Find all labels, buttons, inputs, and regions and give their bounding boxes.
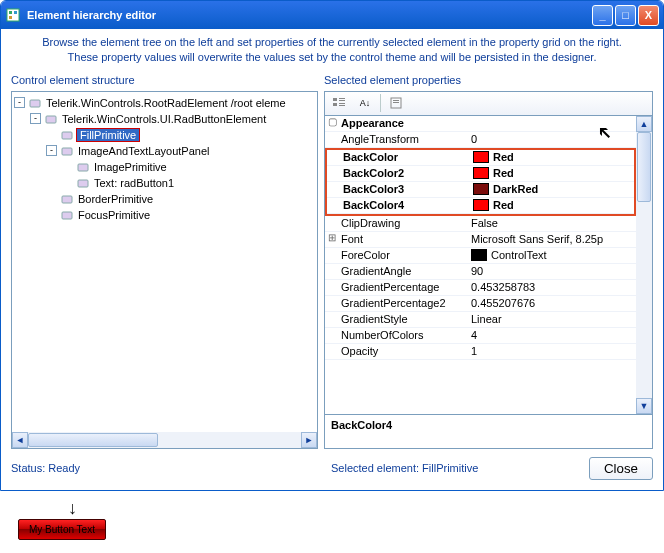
tree-header: Control element structure [11,74,318,88]
hscroll-thumb[interactable] [28,433,158,447]
prop-value[interactable]: Red [471,166,634,181]
prop-value[interactable]: 0.455207676 [469,296,636,311]
tree-expander[interactable]: - [46,145,57,156]
prop-name: GradientStyle [339,312,469,327]
scroll-left-button[interactable]: ◄ [12,432,28,448]
title-bar[interactable]: Element hierarchy editor _ □ X [1,1,663,29]
prop-category[interactable]: ▢Appearance [325,116,636,132]
property-description: BackColor4 [324,415,653,449]
maximize-button[interactable]: □ [615,5,636,26]
tree-item-label[interactable]: BorderPrimitive [76,193,155,205]
svg-rect-12 [333,98,337,101]
scroll-down-button[interactable]: ▼ [636,398,652,414]
property-pages-button[interactable] [385,93,407,113]
tree-hscroll[interactable]: ◄ ► [12,432,317,448]
category-collapse-icon[interactable]: ▢ [325,116,339,131]
prop-value[interactable]: 1 [469,344,636,359]
tree-item-label[interactable]: FillPrimitive [76,128,140,142]
tree-item[interactable]: Text: radButton1 [14,175,315,191]
prop-name: Opacity [339,344,469,359]
categorized-button[interactable] [328,93,350,113]
tree-item[interactable]: -ImageAndTextLayoutPanel [14,143,315,159]
prop-row[interactable]: BackColor2Red [327,166,634,182]
description-line1: Browse the element tree on the left and … [11,35,653,50]
alphabetical-button[interactable]: A↓ [354,93,376,113]
prop-row[interactable]: Opacity1 [325,344,636,360]
tree-item-label[interactable]: Telerik.WinControls.UI.RadButtonElement [60,113,268,125]
scroll-right-button[interactable]: ► [301,432,317,448]
prop-row[interactable]: AngleTransform0 [325,132,636,148]
prop-row[interactable]: BackColorRed [327,150,634,166]
svg-rect-13 [333,103,337,106]
svg-rect-3 [9,16,12,19]
prop-row[interactable]: ForeColorControlText [325,248,636,264]
prop-row[interactable]: ClipDrawingFalse [325,216,636,232]
tree-node-icon [60,209,74,221]
tree-item[interactable]: FocusPrimitive [14,207,315,223]
prop-name: ClipDrawing [339,216,469,231]
prop-name: BackColor4 [341,198,471,213]
color-swatch [473,183,489,195]
tree-item[interactable]: FillPrimitive [14,127,315,143]
svg-rect-19 [393,100,399,101]
tree-node-icon [60,129,74,141]
close-button[interactable]: Close [589,457,653,480]
prop-name: BackColor3 [341,182,471,197]
editor-window: Element hierarchy editor _ □ X Browse th… [0,0,664,491]
prop-toolbar: A↓ [324,91,653,115]
tree-expander[interactable]: - [14,97,25,108]
prop-name: Font [339,232,469,247]
prop-row[interactable]: BackColor4Red [327,198,634,214]
property-grid[interactable]: ➔ ▢AppearanceAngleTransform0BackColorRed… [324,115,653,415]
scroll-up-button[interactable]: ▲ [636,116,652,132]
tree-node-icon [60,193,74,205]
tree-view[interactable]: -Telerik.WinControls.RootRadElement /roo… [11,91,318,449]
tree-item[interactable]: -Telerik.WinControls.UI.RadButtonElement [14,111,315,127]
prop-name: BackColor2 [341,166,471,181]
prop-name: NumberOfColors [339,328,469,343]
tree-item-label[interactable]: FocusPrimitive [76,209,152,221]
tree-item-label[interactable]: Text: radButton1 [92,177,176,189]
prop-row[interactable]: GradientStyleLinear [325,312,636,328]
prop-value[interactable]: Linear [469,312,636,327]
tree-item-label[interactable]: ImagePrimitive [92,161,169,173]
tree-node-icon [60,145,74,157]
prop-row[interactable]: BackColor3DarkRed [327,182,634,198]
tree-expander[interactable]: - [30,113,41,124]
tree-node-icon [76,177,90,189]
svg-rect-20 [393,102,399,103]
svg-rect-6 [62,132,72,139]
tree-item[interactable]: ImagePrimitive [14,159,315,175]
prop-row[interactable]: GradientPercentage20.455207676 [325,296,636,312]
prop-row[interactable]: GradientAngle90 [325,264,636,280]
prop-value[interactable]: 4 [469,328,636,343]
prop-value[interactable]: DarkRed [471,182,634,197]
prop-value[interactable]: 90 [469,264,636,279]
svg-rect-16 [339,103,345,104]
tree-item[interactable]: -Telerik.WinControls.RootRadElement /roo… [14,95,315,111]
prop-expand-icon[interactable]: ⊞ [325,232,339,247]
close-window-button[interactable]: X [638,5,659,26]
vscroll-thumb[interactable] [637,132,651,202]
prop-value[interactable]: False [469,216,636,231]
window-title: Element hierarchy editor [27,9,592,21]
prop-value[interactable]: Red [471,198,634,213]
svg-rect-1 [9,11,12,14]
desc-property-name: BackColor4 [331,419,646,431]
tree-item-label[interactable]: ImageAndTextLayoutPanel [76,145,211,157]
prop-value[interactable]: ControlText [469,248,636,263]
prop-value[interactable]: Red [471,150,634,165]
prop-value[interactable]: Microsoft Sans Serif, 8.25p [469,232,636,247]
selected-element-text: Selected element: FillPrimitive [331,462,589,474]
tree-item[interactable]: BorderPrimitive [14,191,315,207]
svg-rect-4 [30,100,40,107]
prop-value[interactable]: 0.453258783 [469,280,636,295]
prop-row[interactable]: GradientPercentage0.453258783 [325,280,636,296]
prop-vscroll[interactable]: ▲ ▼ [636,116,652,414]
description-line2: These property values will overwrite the… [11,50,653,65]
prop-row[interactable]: ⊞FontMicrosoft Sans Serif, 8.25p [325,232,636,248]
tree-item-label[interactable]: Telerik.WinControls.RootRadElement /root… [44,97,288,109]
minimize-button[interactable]: _ [592,5,613,26]
preview-button[interactable]: My Button Text [18,519,106,540]
prop-row[interactable]: NumberOfColors4 [325,328,636,344]
